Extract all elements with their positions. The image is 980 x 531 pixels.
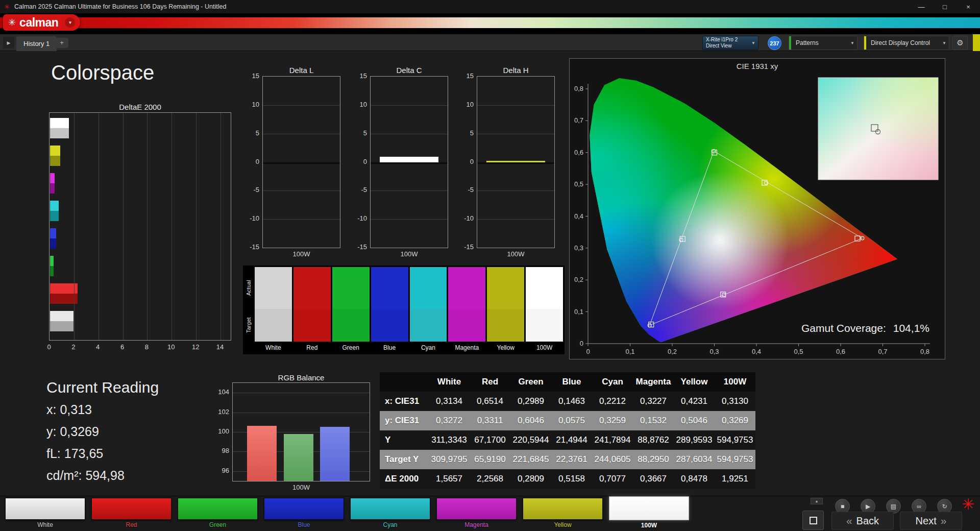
table-cell: Y — [380, 430, 429, 450]
back-button[interactable]: « Back — [831, 512, 894, 530]
meter-dropdown[interactable]: X-Rite i1Pro 2 Direct View ▼ — [702, 36, 758, 50]
pattern-button-cyan[interactable]: Cyan — [350, 498, 430, 529]
pattern-button-label: White — [5, 521, 85, 528]
delta-c-bar — [380, 157, 438, 162]
table-header-cell: White — [429, 372, 470, 392]
current-reading: Current Reading x: 0,313y: 0,3269fL: 173… — [46, 379, 159, 490]
swatch-target — [255, 309, 292, 342]
table-cell: 0,3311 — [470, 411, 510, 430]
reading-count-badge[interactable]: 237 — [768, 36, 781, 50]
chevron-down-icon: ▼ — [65, 17, 75, 28]
add-tab-button[interactable]: + — [55, 38, 68, 48]
pattern-button-100w[interactable]: 100W — [609, 498, 689, 529]
page-title: Colorspace — [51, 61, 154, 84]
history-panel-toggle[interactable]: ▶ — [3, 37, 14, 49]
calman-app: ✳ Calman 2025 Calman Ultimate for Busine… — [0, 0, 980, 531]
maximize-button[interactable]: □ — [933, 0, 957, 13]
delta-l-x-label: 100W — [262, 250, 340, 258]
display-control-dropdown[interactable]: Direct Display Control ▼ — [864, 36, 949, 50]
table-cell: 594,9753 — [715, 430, 755, 450]
chart-title: DeltaE 2000 — [49, 103, 231, 111]
table-cell: 0,1463 — [551, 392, 592, 411]
table-cell: 0,3134 — [429, 392, 470, 411]
delta-c-chart: Delta C 100W 151050-5-10-15 — [370, 66, 448, 270]
swatch-label: Blue — [371, 342, 408, 353]
delta-h-x-label: 100W — [477, 250, 555, 258]
pattern-button-label: Blue — [264, 521, 344, 528]
calman-menu-button[interactable]: ✳ calman ▼ — [3, 14, 80, 31]
pattern-button-yellow[interactable]: Yellow — [523, 498, 603, 529]
x-tick-label: 4 — [92, 343, 104, 351]
current-reading-title: Current Reading — [46, 379, 159, 396]
refresh-icon: ↻ — [942, 503, 947, 510]
layout-button[interactable] — [802, 511, 824, 530]
pattern-button-magenta[interactable]: Magenta — [436, 498, 517, 529]
current-reading-line: x: 0,313 — [46, 402, 159, 424]
next-button[interactable]: Next » — [900, 512, 962, 530]
table-cell: 0,2809 — [510, 469, 551, 489]
calman-logo-icon: ✳ — [8, 17, 16, 28]
pattern-button-red[interactable]: Red — [91, 498, 172, 529]
pattern-button-label: Yellow — [523, 521, 603, 528]
chevron-left-icon: « — [846, 515, 852, 527]
current-reading-line: cd/m²: 594,98 — [46, 468, 159, 490]
table-cell: 241,7894 — [592, 430, 633, 450]
pattern-button-label: Red — [91, 521, 172, 528]
minimize-button[interactable]: — — [910, 0, 933, 13]
tab-bar: ▶ History 1 + X-Rite i1Pro 2 Direct View… — [0, 34, 980, 51]
cie-whitepoint-inset — [818, 78, 938, 180]
gridline — [263, 219, 340, 220]
pattern-swatch — [436, 498, 517, 520]
deltae-bar-cyan — [50, 201, 59, 221]
table-cell: 0,3272 — [429, 411, 470, 430]
swatch-column-red: Red — [293, 267, 331, 353]
y-tick-label: -15 — [241, 243, 259, 251]
pattern-swatch — [5, 498, 85, 520]
deltae-bar-100w — [50, 311, 74, 331]
x-tick-label: 12 — [189, 343, 202, 351]
titlebar: ✳ Calman 2025 Calman Ultimate for Busine… — [0, 0, 980, 13]
table-cell: 0,6514 — [470, 392, 510, 411]
y-tick-label: 0 — [580, 340, 583, 347]
chevron-down-icon: ▼ — [940, 41, 949, 45]
gear-icon: ⚙ — [957, 38, 963, 47]
swatch-column-blue: Blue — [371, 267, 408, 353]
table-cell: 0,5046 — [674, 411, 715, 430]
expand-up-button[interactable]: ▲ — [811, 498, 823, 504]
gridline — [263, 190, 340, 191]
table-header-cell: Red — [470, 372, 510, 392]
gridline — [99, 113, 99, 340]
y-tick-label: 15 — [349, 72, 367, 80]
pattern-button-green[interactable]: Green — [178, 498, 258, 529]
swatch-label: White — [255, 342, 292, 353]
gridline — [123, 113, 124, 340]
deltae-bar-blue — [50, 228, 56, 249]
close-button[interactable]: × — [957, 0, 980, 13]
swatch-column-white: White — [255, 267, 292, 353]
table-row: Y311,334367,1700220,594421,4944241,78948… — [380, 430, 755, 450]
settings-gear-button[interactable]: ⚙ — [952, 36, 968, 50]
gamut-coverage-value: 104,1% — [893, 322, 929, 334]
rainbow-strip — [0, 17, 980, 28]
table-cell: 289,9593 — [674, 430, 715, 450]
table-row: ΔE 20001,56572,25680,28090,51580,70770,3… — [380, 469, 755, 489]
pattern-button-white[interactable]: White — [5, 498, 85, 529]
pattern-buttons: WhiteRedGreenBlueCyanMagentaYellow100W — [5, 498, 689, 529]
brand-bar: ✳ calman ▼ — [0, 13, 980, 34]
y-tick-label: 5 — [241, 129, 259, 137]
patterns-dropdown[interactable]: Patterns ▼ — [789, 36, 857, 50]
gridline — [477, 105, 554, 106]
y-tick-label: -15 — [455, 243, 474, 251]
y-tick-label: 10 — [241, 101, 259, 108]
tab-history-1[interactable]: History 1 — [16, 36, 57, 51]
pattern-button-label: 100W — [609, 522, 689, 529]
pattern-button-blue[interactable]: Blue — [264, 498, 344, 529]
swatch-row-label-actual: Actual — [246, 267, 252, 309]
swatch-label: Magenta — [448, 342, 485, 353]
swatch-target — [332, 309, 370, 342]
y-tick-label: 0 — [349, 158, 367, 165]
table-header-cell: Yellow — [674, 372, 715, 392]
calman-asterisk-icon: ✳ — [962, 495, 974, 513]
table-cell: 220,5944 — [510, 430, 551, 450]
x-tick-label: 8 — [140, 343, 153, 351]
